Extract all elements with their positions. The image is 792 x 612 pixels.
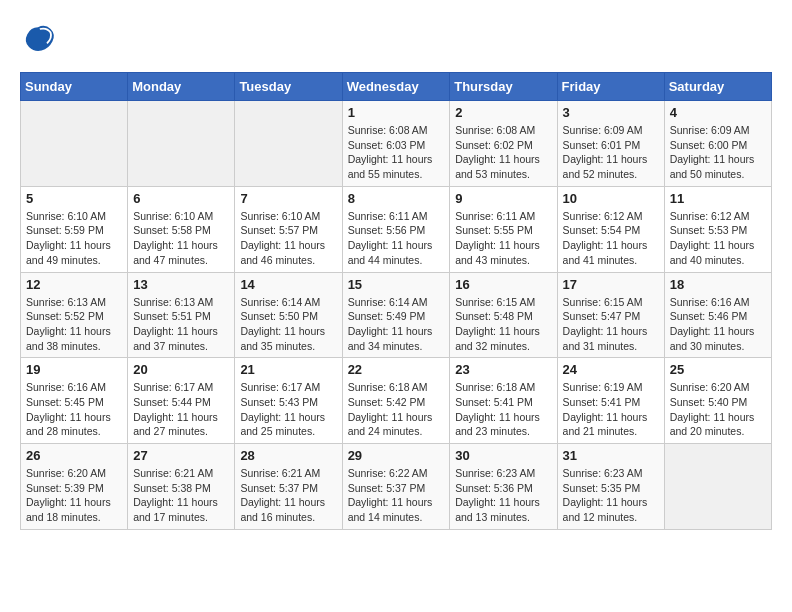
day-info: Sunrise: 6:14 AM Sunset: 5:50 PM Dayligh… bbox=[240, 295, 336, 354]
day-info: Sunrise: 6:23 AM Sunset: 5:36 PM Dayligh… bbox=[455, 466, 551, 525]
day-info: Sunrise: 6:13 AM Sunset: 5:51 PM Dayligh… bbox=[133, 295, 229, 354]
calendar-cell: 2Sunrise: 6:08 AM Sunset: 6:02 PM Daylig… bbox=[450, 101, 557, 187]
day-info: Sunrise: 6:21 AM Sunset: 5:38 PM Dayligh… bbox=[133, 466, 229, 525]
day-number: 20 bbox=[133, 362, 229, 377]
weekday-header: Tuesday bbox=[235, 73, 342, 101]
day-info: Sunrise: 6:11 AM Sunset: 5:55 PM Dayligh… bbox=[455, 209, 551, 268]
calendar-cell: 12Sunrise: 6:13 AM Sunset: 5:52 PM Dayli… bbox=[21, 272, 128, 358]
day-info: Sunrise: 6:10 AM Sunset: 5:57 PM Dayligh… bbox=[240, 209, 336, 268]
day-info: Sunrise: 6:12 AM Sunset: 5:53 PM Dayligh… bbox=[670, 209, 766, 268]
day-number: 18 bbox=[670, 277, 766, 292]
day-info: Sunrise: 6:15 AM Sunset: 5:48 PM Dayligh… bbox=[455, 295, 551, 354]
day-info: Sunrise: 6:09 AM Sunset: 6:01 PM Dayligh… bbox=[563, 123, 659, 182]
day-number: 5 bbox=[26, 191, 122, 206]
day-number: 17 bbox=[563, 277, 659, 292]
day-info: Sunrise: 6:23 AM Sunset: 5:35 PM Dayligh… bbox=[563, 466, 659, 525]
calendar-cell: 30Sunrise: 6:23 AM Sunset: 5:36 PM Dayli… bbox=[450, 444, 557, 530]
calendar-header: SundayMondayTuesdayWednesdayThursdayFrid… bbox=[21, 73, 772, 101]
day-number: 9 bbox=[455, 191, 551, 206]
calendar-cell bbox=[128, 101, 235, 187]
calendar-cell: 31Sunrise: 6:23 AM Sunset: 5:35 PM Dayli… bbox=[557, 444, 664, 530]
day-number: 19 bbox=[26, 362, 122, 377]
day-number: 2 bbox=[455, 105, 551, 120]
day-number: 16 bbox=[455, 277, 551, 292]
day-number: 10 bbox=[563, 191, 659, 206]
calendar-week: 5Sunrise: 6:10 AM Sunset: 5:59 PM Daylig… bbox=[21, 186, 772, 272]
day-number: 4 bbox=[670, 105, 766, 120]
day-number: 25 bbox=[670, 362, 766, 377]
day-info: Sunrise: 6:13 AM Sunset: 5:52 PM Dayligh… bbox=[26, 295, 122, 354]
calendar-cell: 24Sunrise: 6:19 AM Sunset: 5:41 PM Dayli… bbox=[557, 358, 664, 444]
calendar-cell bbox=[21, 101, 128, 187]
day-number: 31 bbox=[563, 448, 659, 463]
day-number: 6 bbox=[133, 191, 229, 206]
day-info: Sunrise: 6:18 AM Sunset: 5:42 PM Dayligh… bbox=[348, 380, 445, 439]
calendar-cell: 17Sunrise: 6:15 AM Sunset: 5:47 PM Dayli… bbox=[557, 272, 664, 358]
day-info: Sunrise: 6:16 AM Sunset: 5:46 PM Dayligh… bbox=[670, 295, 766, 354]
calendar-cell: 20Sunrise: 6:17 AM Sunset: 5:44 PM Dayli… bbox=[128, 358, 235, 444]
day-number: 15 bbox=[348, 277, 445, 292]
calendar-table: SundayMondayTuesdayWednesdayThursdayFrid… bbox=[20, 72, 772, 530]
day-info: Sunrise: 6:09 AM Sunset: 6:00 PM Dayligh… bbox=[670, 123, 766, 182]
calendar-cell: 21Sunrise: 6:17 AM Sunset: 5:43 PM Dayli… bbox=[235, 358, 342, 444]
logo-icon bbox=[20, 20, 56, 56]
day-info: Sunrise: 6:14 AM Sunset: 5:49 PM Dayligh… bbox=[348, 295, 445, 354]
calendar-cell: 29Sunrise: 6:22 AM Sunset: 5:37 PM Dayli… bbox=[342, 444, 450, 530]
weekday-header: Sunday bbox=[21, 73, 128, 101]
day-number: 12 bbox=[26, 277, 122, 292]
day-number: 8 bbox=[348, 191, 445, 206]
weekday-header: Friday bbox=[557, 73, 664, 101]
calendar-cell: 3Sunrise: 6:09 AM Sunset: 6:01 PM Daylig… bbox=[557, 101, 664, 187]
day-info: Sunrise: 6:20 AM Sunset: 5:40 PM Dayligh… bbox=[670, 380, 766, 439]
day-info: Sunrise: 6:11 AM Sunset: 5:56 PM Dayligh… bbox=[348, 209, 445, 268]
calendar-week: 12Sunrise: 6:13 AM Sunset: 5:52 PM Dayli… bbox=[21, 272, 772, 358]
calendar-cell bbox=[664, 444, 771, 530]
day-info: Sunrise: 6:10 AM Sunset: 5:58 PM Dayligh… bbox=[133, 209, 229, 268]
calendar-week: 26Sunrise: 6:20 AM Sunset: 5:39 PM Dayli… bbox=[21, 444, 772, 530]
day-number: 22 bbox=[348, 362, 445, 377]
calendar-cell: 18Sunrise: 6:16 AM Sunset: 5:46 PM Dayli… bbox=[664, 272, 771, 358]
calendar-cell: 1Sunrise: 6:08 AM Sunset: 6:03 PM Daylig… bbox=[342, 101, 450, 187]
day-number: 21 bbox=[240, 362, 336, 377]
day-number: 7 bbox=[240, 191, 336, 206]
weekday-header: Saturday bbox=[664, 73, 771, 101]
day-number: 27 bbox=[133, 448, 229, 463]
day-info: Sunrise: 6:16 AM Sunset: 5:45 PM Dayligh… bbox=[26, 380, 122, 439]
calendar-cell: 8Sunrise: 6:11 AM Sunset: 5:56 PM Daylig… bbox=[342, 186, 450, 272]
day-info: Sunrise: 6:12 AM Sunset: 5:54 PM Dayligh… bbox=[563, 209, 659, 268]
day-info: Sunrise: 6:17 AM Sunset: 5:43 PM Dayligh… bbox=[240, 380, 336, 439]
day-number: 29 bbox=[348, 448, 445, 463]
calendar-cell: 19Sunrise: 6:16 AM Sunset: 5:45 PM Dayli… bbox=[21, 358, 128, 444]
calendar-week: 1Sunrise: 6:08 AM Sunset: 6:03 PM Daylig… bbox=[21, 101, 772, 187]
calendar-cell: 27Sunrise: 6:21 AM Sunset: 5:38 PM Dayli… bbox=[128, 444, 235, 530]
weekday-header: Wednesday bbox=[342, 73, 450, 101]
calendar-cell: 25Sunrise: 6:20 AM Sunset: 5:40 PM Dayli… bbox=[664, 358, 771, 444]
day-info: Sunrise: 6:08 AM Sunset: 6:02 PM Dayligh… bbox=[455, 123, 551, 182]
calendar-cell: 14Sunrise: 6:14 AM Sunset: 5:50 PM Dayli… bbox=[235, 272, 342, 358]
calendar-cell: 28Sunrise: 6:21 AM Sunset: 5:37 PM Dayli… bbox=[235, 444, 342, 530]
calendar-cell: 13Sunrise: 6:13 AM Sunset: 5:51 PM Dayli… bbox=[128, 272, 235, 358]
day-info: Sunrise: 6:15 AM Sunset: 5:47 PM Dayligh… bbox=[563, 295, 659, 354]
page-header bbox=[20, 20, 772, 56]
day-info: Sunrise: 6:20 AM Sunset: 5:39 PM Dayligh… bbox=[26, 466, 122, 525]
weekday-header: Thursday bbox=[450, 73, 557, 101]
day-number: 1 bbox=[348, 105, 445, 120]
day-info: Sunrise: 6:19 AM Sunset: 5:41 PM Dayligh… bbox=[563, 380, 659, 439]
day-info: Sunrise: 6:21 AM Sunset: 5:37 PM Dayligh… bbox=[240, 466, 336, 525]
calendar-cell: 23Sunrise: 6:18 AM Sunset: 5:41 PM Dayli… bbox=[450, 358, 557, 444]
calendar-cell: 11Sunrise: 6:12 AM Sunset: 5:53 PM Dayli… bbox=[664, 186, 771, 272]
calendar-cell: 5Sunrise: 6:10 AM Sunset: 5:59 PM Daylig… bbox=[21, 186, 128, 272]
calendar-cell: 6Sunrise: 6:10 AM Sunset: 5:58 PM Daylig… bbox=[128, 186, 235, 272]
day-number: 30 bbox=[455, 448, 551, 463]
day-number: 24 bbox=[563, 362, 659, 377]
weekday-header: Monday bbox=[128, 73, 235, 101]
day-info: Sunrise: 6:17 AM Sunset: 5:44 PM Dayligh… bbox=[133, 380, 229, 439]
day-number: 11 bbox=[670, 191, 766, 206]
calendar-cell: 26Sunrise: 6:20 AM Sunset: 5:39 PM Dayli… bbox=[21, 444, 128, 530]
calendar-cell: 10Sunrise: 6:12 AM Sunset: 5:54 PM Dayli… bbox=[557, 186, 664, 272]
day-info: Sunrise: 6:22 AM Sunset: 5:37 PM Dayligh… bbox=[348, 466, 445, 525]
calendar-cell bbox=[235, 101, 342, 187]
calendar-week: 19Sunrise: 6:16 AM Sunset: 5:45 PM Dayli… bbox=[21, 358, 772, 444]
day-number: 13 bbox=[133, 277, 229, 292]
calendar-cell: 4Sunrise: 6:09 AM Sunset: 6:00 PM Daylig… bbox=[664, 101, 771, 187]
